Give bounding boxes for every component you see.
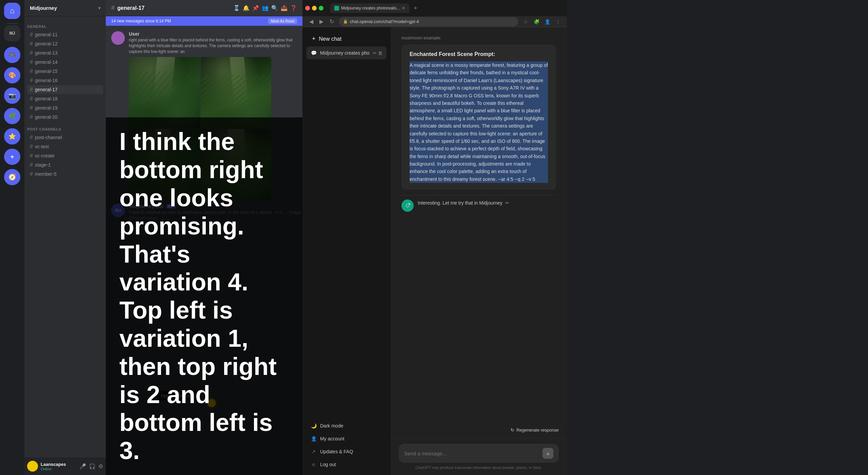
edit-icon[interactable]: ✏ xyxy=(373,51,377,56)
edit-icon-inline: ✏ xyxy=(505,200,509,206)
my-account-label: My account xyxy=(320,436,344,441)
server-icon-other[interactable]: 🎮 xyxy=(4,47,20,63)
window-minimize-button[interactable] xyxy=(312,6,317,11)
send-message-button[interactable]: ▲ xyxy=(542,448,553,459)
channel-category-general: General xyxy=(24,19,106,30)
hash-icon: # xyxy=(30,68,33,74)
channel-item-vc-create[interactable]: # vc-create xyxy=(27,151,103,160)
channel-item-vc-text[interactable]: # vc-text xyxy=(27,142,103,151)
log-out-menu-item[interactable]: ⎋ Log out xyxy=(307,458,387,471)
headset-icon[interactable]: 🎧 xyxy=(89,463,96,470)
channel-item-general-11[interactable]: # general-11 xyxy=(27,30,103,39)
message-item-1: User right panel with a blue filter is p… xyxy=(106,30,302,56)
interesting-text: Interesting. Let me try that in Midjourn… xyxy=(418,200,509,207)
my-account-menu-item[interactable]: 👤 My account xyxy=(307,432,387,445)
server-icon-other5[interactable]: ⭐ xyxy=(4,128,20,145)
msg-text: right panel with a blue filter is placed… xyxy=(129,37,297,54)
channel-item-general-13[interactable]: # general-13 xyxy=(27,49,103,57)
server-icon-other4[interactable]: 🌿 xyxy=(4,108,20,124)
profile-icon[interactable]: 👤 xyxy=(542,17,552,26)
forward-button[interactable]: ▶ xyxy=(317,17,326,26)
browser-window-header: Midjourney creates photorealis... ✕ + xyxy=(302,0,567,16)
channel-item-general-12[interactable]: # general-12 xyxy=(27,39,103,48)
discord-chat-main: # general-17 🧵 🔔 📌 👥 🔍 📥 ❓ 14 new messag… xyxy=(106,0,302,475)
bookmark-icon[interactable]: ☆ xyxy=(521,17,530,26)
tab-title: Midjourney creates photorealis... xyxy=(341,6,400,11)
thread-icon[interactable]: 🧵 xyxy=(233,5,240,11)
server-icon-other2[interactable]: 🎨 xyxy=(4,67,20,83)
updates-faq-menu-item[interactable]: ↗ Updates & FAQ xyxy=(307,445,387,458)
tab-close-button[interactable]: ✕ xyxy=(402,6,405,11)
chatgpt-message-input[interactable] xyxy=(404,451,540,456)
chatgpt-input-area: ▲ ChatGPT may produce inaccurate informa… xyxy=(391,438,567,475)
inbox-icon[interactable]: 📥 xyxy=(281,5,288,11)
chat-header-title: general-17 xyxy=(117,5,144,11)
lock-icon: 🔒 xyxy=(343,19,348,24)
server-name[interactable]: Midjourney ▾ xyxy=(24,0,106,16)
server-icon-midjourney[interactable]: MJ xyxy=(4,25,20,41)
search-icon[interactable]: 🔍 xyxy=(271,5,278,11)
browser-tab-chatgpt[interactable]: Midjourney creates photorealis... ✕ xyxy=(330,3,409,13)
updates-faq-label: Updates & FAQ xyxy=(320,449,353,454)
enchanted-prompt-title: Enchanted Forest Scene Prompt: xyxy=(410,51,548,57)
extensions-icon[interactable]: 🧩 xyxy=(532,17,541,26)
channel-item-general-17[interactable]: # general-17 xyxy=(27,85,103,94)
mic-icon[interactable]: 🎤 xyxy=(79,463,86,470)
dark-mode-menu-item[interactable]: 🌙 Dark mode xyxy=(307,419,387,432)
window-close-button[interactable] xyxy=(305,6,310,11)
msg-avatar xyxy=(111,31,125,45)
hash-icon: # xyxy=(30,96,33,102)
member-list-icon[interactable]: 👥 xyxy=(262,5,269,11)
channel-item-stage-1[interactable]: # stage-1 xyxy=(27,160,103,169)
delete-icon[interactable]: 🗑 xyxy=(378,51,382,56)
help-icon[interactable]: ❓ xyxy=(290,5,297,11)
svg-point-0 xyxy=(406,204,409,207)
channel-item-general-19[interactable]: # general-19 xyxy=(27,103,103,112)
settings-icon[interactable]: ⚙ xyxy=(98,463,103,470)
reload-button[interactable]: ↻ xyxy=(327,17,336,26)
chatgpt-content: mushroom example: Enchanted Forest Scene… xyxy=(391,27,567,475)
back-button[interactable]: ◀ xyxy=(307,17,316,26)
server-icon-add[interactable]: + xyxy=(4,149,20,165)
new-chat-label: New chat xyxy=(319,36,342,42)
hash-icon: # xyxy=(30,50,33,56)
chatgpt-sidebar-bottom: 🌙 Dark mode 👤 My account ↗ Updates & FAQ… xyxy=(307,419,387,471)
regen-area: ↻ Regenerate response xyxy=(391,425,567,438)
plus-icon: + xyxy=(312,35,316,42)
interesting-section: Interesting. Let me try that in Midjourn… xyxy=(401,195,556,216)
dark-mode-icon: 🌙 xyxy=(311,423,317,429)
user-status: Online xyxy=(41,467,79,471)
channel-item-general-20[interactable]: # general-20 xyxy=(27,113,103,121)
hash-icon: # xyxy=(30,114,33,120)
pin-icon[interactable]: 📌 xyxy=(252,5,259,11)
channel-item-post-channel[interactable]: # post-channel xyxy=(27,133,103,142)
hash-icon: # xyxy=(30,134,33,140)
username: Laanscapes xyxy=(41,462,79,467)
server-icon-explore[interactable]: 🧭 xyxy=(4,169,20,185)
channel-item-general-18[interactable]: # general-18 xyxy=(27,94,103,103)
discord-user-panel: Laanscapes Online 🎤 🎧 ⚙ xyxy=(24,457,106,475)
address-bar[interactable]: 🔒 chat.openai.com/chat?model=gpt-4 xyxy=(339,17,518,26)
notification-icon[interactable]: 🔔 xyxy=(243,5,250,11)
new-chat-button[interactable]: + New chat xyxy=(307,31,387,46)
browser-actions: ☆ 🧩 👤 ⋮ xyxy=(521,17,563,26)
hash-icon: # xyxy=(30,77,33,83)
channel-item-general-15[interactable]: # general-15 xyxy=(27,67,103,76)
notification-banner: 14 new messages since 6:14 PM Mark As Re… xyxy=(106,16,302,26)
channel-item-general-14[interactable]: # general-14 xyxy=(27,58,103,66)
tab-favicon xyxy=(334,6,339,11)
chat-history-item-1[interactable]: 💬 Midjourney creates pho ✏ 🗑 xyxy=(307,46,387,59)
channel-hash-icon: # xyxy=(111,4,115,12)
menu-dots-icon[interactable]: ⋮ xyxy=(553,17,563,26)
channel-item-member-5[interactable]: # member-5 xyxy=(27,170,103,178)
hash-icon: # xyxy=(30,153,33,159)
window-maximize-button[interactable] xyxy=(319,6,323,11)
user-avatar xyxy=(27,461,38,472)
new-tab-button[interactable]: + xyxy=(411,3,420,13)
server-icon-other3[interactable]: 📷 xyxy=(4,88,20,104)
channel-item-general-16[interactable]: # general-16 xyxy=(27,76,103,85)
discord-home-button[interactable]: ⌂ xyxy=(4,3,20,19)
mark-as-read-button[interactable]: Mark As Read xyxy=(268,18,297,24)
channel-category-post: Post Channels xyxy=(24,122,106,133)
regenerate-response-button[interactable]: ↻ Regenerate response xyxy=(511,428,559,433)
